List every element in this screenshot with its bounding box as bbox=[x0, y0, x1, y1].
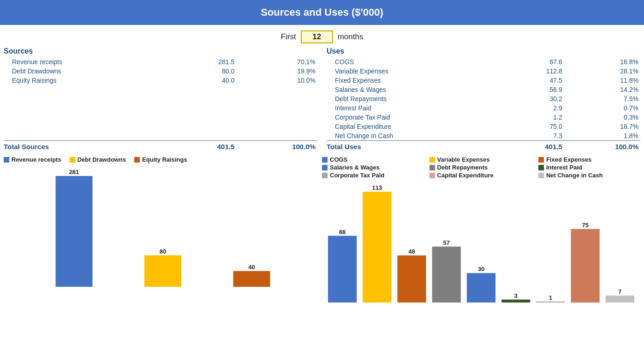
legend-label: Debt Repayments bbox=[437, 164, 488, 171]
uses-item-label: Fixed Expenses bbox=[327, 76, 488, 85]
uses-total-value: 401.5 bbox=[488, 141, 564, 152]
legend-item: Debt Repayments bbox=[429, 164, 531, 171]
legend-label: Fixed Expenses bbox=[546, 156, 591, 163]
legend-item: Interest Paid bbox=[538, 164, 640, 171]
bar-value-label: 113 bbox=[372, 184, 382, 191]
legend-item: Net Change in Cash bbox=[538, 172, 640, 179]
legend-item: Fixed Expenses bbox=[538, 156, 640, 163]
uses-row: Capital Expenditure 75.0 18.7% bbox=[327, 122, 640, 131]
legend-color-box bbox=[322, 165, 328, 170]
charts-area: Revenue receipts Debt Drawdowns Equity R… bbox=[0, 151, 644, 330]
months-label-after: months bbox=[338, 32, 364, 42]
bar-rect bbox=[328, 236, 357, 302]
legend-item: Variable Expenses bbox=[429, 156, 531, 163]
uses-row: COGS 67.6 16.8% bbox=[327, 57, 640, 67]
sources-panel: Sources Revenue receipts 281.5 70.1% Deb… bbox=[4, 47, 322, 151]
bar-value-label: 40 bbox=[248, 264, 255, 271]
page-title: Sources and Uses ($'000) bbox=[261, 6, 383, 18]
bar-value-label: 68 bbox=[339, 229, 346, 236]
uses-item-value: 2.9 bbox=[488, 103, 564, 113]
legend-color-box bbox=[429, 165, 435, 170]
uses-item-label: COGS bbox=[327, 57, 488, 67]
legend-label: Corporate Tax Paid bbox=[330, 172, 384, 179]
bar-value-label: 75 bbox=[582, 222, 588, 229]
sources-item-value: 40.0 bbox=[155, 76, 237, 85]
right-bar-chart: 6811348573031757 bbox=[322, 182, 640, 330]
uses-item-label: Net Change in Cash bbox=[327, 131, 488, 141]
page-header: Sources and Uses ($'000) bbox=[0, 0, 644, 25]
uses-item-value: 1.2 bbox=[488, 113, 564, 122]
sources-table: Revenue receipts 281.5 70.1% Debt Drawdo… bbox=[4, 57, 317, 151]
bar-rect bbox=[56, 176, 93, 287]
uses-item-value: 47.5 bbox=[488, 76, 564, 85]
legend-item: COGS bbox=[322, 156, 422, 163]
legend-color-box bbox=[538, 157, 544, 163]
uses-title: Uses bbox=[327, 47, 640, 55]
uses-item-pct: 16.8% bbox=[564, 57, 640, 67]
sources-item-label: Revenue receipts bbox=[4, 57, 155, 67]
uses-panel: Uses COGS 67.6 16.8% Variable Expenses 1… bbox=[322, 47, 640, 151]
uses-item-value: 112.8 bbox=[488, 67, 564, 76]
bar-value-label: 57 bbox=[443, 239, 450, 246]
sources-row: Equity Raisings 40.0 10.0% bbox=[4, 76, 317, 85]
sources-item-value: 281.5 bbox=[155, 57, 237, 67]
bar-value-label: 7 bbox=[618, 288, 621, 295]
uses-row: Debt Repayments 30.2 7.5% bbox=[327, 94, 640, 103]
legend-color-box bbox=[538, 173, 544, 178]
sources-title: Sources bbox=[4, 47, 317, 55]
uses-total-label: Total Uses bbox=[327, 141, 488, 152]
uses-item-label: Interest Paid bbox=[327, 103, 488, 113]
bar-rect bbox=[233, 271, 270, 287]
uses-item-value: 56.9 bbox=[488, 85, 564, 94]
legend-label: Equity Raisings bbox=[142, 156, 187, 163]
bar-rect bbox=[144, 255, 181, 287]
legend-label: Interest Paid bbox=[546, 164, 582, 171]
months-label-first: First bbox=[281, 32, 296, 42]
legend-item: Salaries & Wages bbox=[322, 164, 422, 171]
bar-rect bbox=[467, 273, 495, 302]
uses-row: Salaries & Wages 56.9 14.2% bbox=[327, 85, 640, 94]
sources-total-pct: 100.0% bbox=[236, 141, 317, 152]
uses-table: COGS 67.6 16.8% Variable Expenses 112.8 … bbox=[327, 57, 640, 151]
bar-rect bbox=[606, 296, 634, 302]
uses-item-value: 30.2 bbox=[488, 94, 564, 103]
uses-item-pct: 1.8% bbox=[564, 131, 640, 141]
bar-value-label: 48 bbox=[408, 248, 415, 255]
left-chart-svg: 2818040 bbox=[4, 167, 322, 296]
bar-rect bbox=[363, 192, 391, 302]
uses-row: Interest Paid 2.9 0.7% bbox=[327, 103, 640, 113]
legend-item: Equity Raisings bbox=[134, 156, 187, 163]
legend-label: Net Change in Cash bbox=[546, 172, 603, 179]
sources-total-value: 401.5 bbox=[155, 141, 237, 152]
legend-item: Capital Expenditure bbox=[429, 172, 531, 179]
months-input[interactable] bbox=[301, 30, 333, 43]
uses-item-value: 67.6 bbox=[488, 57, 564, 67]
uses-row: Corporate Tax Paid 1.2 0.3% bbox=[327, 113, 640, 122]
bar-rect bbox=[397, 255, 426, 302]
legend-label: COGS bbox=[330, 156, 347, 163]
uses-item-label: Salaries & Wages bbox=[327, 85, 488, 94]
bar-rect bbox=[536, 302, 565, 302]
uses-row: Fixed Expenses 47.5 11.8% bbox=[327, 76, 640, 85]
bar-value-label: 80 bbox=[160, 248, 166, 255]
uses-item-value: 75.0 bbox=[488, 122, 564, 131]
uses-item-pct: 14.2% bbox=[564, 85, 640, 94]
bar-rect bbox=[501, 300, 530, 302]
right-chart-legend: COGS Variable Expenses Fixed Expenses Sa… bbox=[322, 156, 640, 179]
legend-item: Debt Drawdowns bbox=[70, 156, 126, 163]
legend-label: Salaries & Wages bbox=[330, 164, 380, 171]
uses-item-pct: 18.7% bbox=[564, 122, 640, 131]
uses-total-row: Total Uses 401.5 100.0% bbox=[327, 141, 640, 152]
right-chart-svg: 6811348573031757 bbox=[322, 182, 640, 312]
left-bar-chart: 2818040 bbox=[4, 167, 322, 315]
months-row: First months bbox=[0, 25, 644, 47]
legend-label: Debt Drawdowns bbox=[78, 156, 126, 163]
legend-item: Corporate Tax Paid bbox=[322, 172, 422, 179]
uses-item-label: Debt Repayments bbox=[327, 94, 488, 103]
sources-row: Revenue receipts 281.5 70.1% bbox=[4, 57, 317, 67]
sources-item-value: 80.0 bbox=[155, 67, 237, 76]
uses-item-pct: 28.1% bbox=[564, 67, 640, 76]
bar-value-label: 3 bbox=[514, 292, 518, 299]
sources-item-label: Debt Drawdowns bbox=[4, 67, 155, 76]
bar-value-label: 30 bbox=[478, 266, 484, 272]
